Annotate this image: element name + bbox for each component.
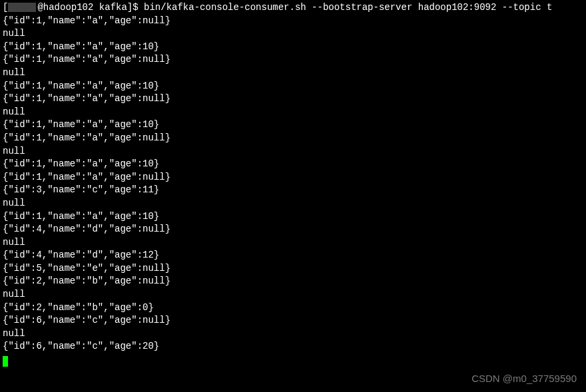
output-line: {"id":1,"name":"a","age":10} [3,118,583,132]
prompt-line[interactable]: [@hadoop102 kafka]$ bin/kafka-console-co… [3,1,583,15]
output-line: null [3,288,583,301]
prompt-symbol: $ [133,2,138,13]
output-line: {"id":4,"name":"d","age":null} [3,223,583,236]
output-line: null [3,236,583,250]
output-line: {"id":1,"name":"a","age":null} [3,132,583,145]
output-line: null [3,145,583,158]
terminal-output: {"id":1,"name":"a","age":null} null {"id… [3,15,583,353]
output-line: null [3,106,583,119]
prompt-path: kafka [99,2,127,13]
command-text: bin/kafka-console-consumer.sh --bootstra… [144,2,552,13]
cursor-line[interactable] [3,353,583,367]
output-line: {"id":6,"name":"c","age":20} [3,340,583,353]
output-line: null [3,327,583,341]
terminal-cursor [3,356,8,367]
prompt-user-host: @hadoop102 [37,2,93,13]
output-line: {"id":4,"name":"d","age":12} [3,249,583,262]
output-line: {"id":3,"name":"c","age":11} [3,184,583,197]
prompt-open-bracket: [ [3,2,8,13]
output-line: {"id":1,"name":"a","age":null} [3,15,583,28]
output-line: {"id":1,"name":"a","age":10} [3,158,583,171]
output-line: {"id":1,"name":"a","age":null} [3,93,583,106]
redacted-username [8,3,36,12]
output-line: {"id":1,"name":"a","age":null} [3,53,583,67]
output-line: null [3,27,583,41]
output-line: {"id":5,"name":"e","age":null} [3,262,583,276]
output-line: null [3,197,583,210]
output-line: null [3,67,583,80]
output-line: {"id":1,"name":"a","age":null} [3,171,583,184]
prompt-close-bracket: ] [127,2,133,13]
output-line: {"id":1,"name":"a","age":10} [3,210,583,224]
output-line: {"id":2,"name":"b","age":null} [3,275,583,288]
output-line: {"id":1,"name":"a","age":10} [3,80,583,93]
output-line: {"id":6,"name":"c","age":null} [3,314,583,327]
watermark: CSDN @m0_37759590 [471,371,577,385]
output-line: {"id":2,"name":"b","age":0} [3,301,583,315]
output-line: {"id":1,"name":"a","age":10} [3,41,583,54]
